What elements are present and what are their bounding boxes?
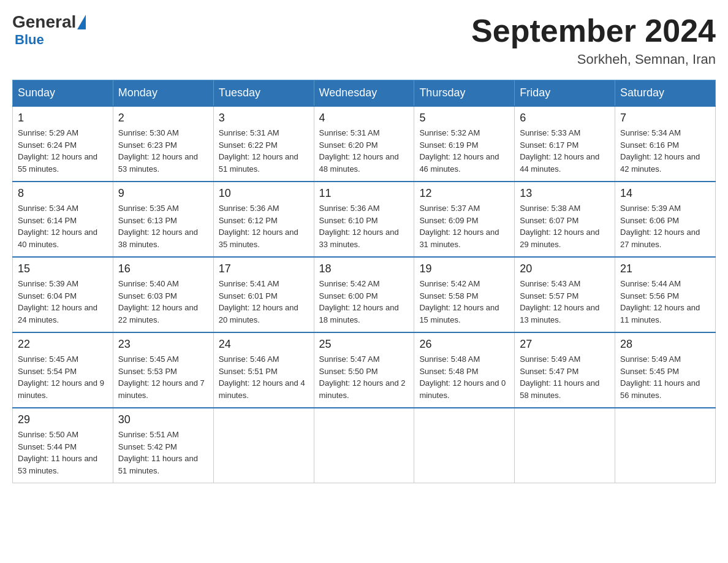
day-number: 25 (319, 338, 409, 351)
calendar-cell: 28 Sunrise: 5:49 AMSunset: 5:45 PMDaylig… (615, 332, 716, 408)
day-number: 4 (319, 112, 409, 124)
weekday-header-friday: Friday (515, 80, 615, 107)
day-info: Sunrise: 5:38 AMSunset: 6:07 PMDaylight:… (520, 202, 610, 250)
day-info: Sunrise: 5:42 AMSunset: 6:00 PMDaylight:… (319, 278, 409, 326)
title-block: September 2024 Sorkheh, Semnan, Iran (471, 12, 716, 67)
day-info: Sunrise: 5:46 AMSunset: 5:51 PMDaylight:… (219, 353, 309, 401)
day-number: 23 (118, 338, 208, 351)
day-number: 3 (219, 112, 309, 124)
day-number: 16 (118, 262, 208, 275)
calendar-cell: 2 Sunrise: 5:30 AMSunset: 6:23 PMDayligh… (113, 106, 213, 182)
calendar-cell: 15 Sunrise: 5:39 AMSunset: 6:04 PMDaylig… (13, 257, 113, 332)
day-info: Sunrise: 5:29 AMSunset: 6:24 PMDaylight:… (18, 127, 108, 175)
calendar-cell: 20 Sunrise: 5:43 AMSunset: 5:57 PMDaylig… (515, 257, 615, 332)
day-number: 26 (419, 338, 509, 351)
day-info: Sunrise: 5:41 AMSunset: 6:01 PMDaylight:… (219, 278, 309, 326)
day-info: Sunrise: 5:40 AMSunset: 6:03 PMDaylight:… (118, 278, 208, 326)
calendar-cell: 1 Sunrise: 5:29 AMSunset: 6:24 PMDayligh… (13, 106, 113, 182)
calendar-cell: 7 Sunrise: 5:34 AMSunset: 6:16 PMDayligh… (615, 106, 716, 182)
day-number: 11 (319, 187, 409, 200)
calendar-cell: 19 Sunrise: 5:42 AMSunset: 5:58 PMDaylig… (414, 257, 515, 332)
calendar-cell: 18 Sunrise: 5:42 AMSunset: 6:00 PMDaylig… (314, 257, 414, 332)
month-title: September 2024 (471, 12, 716, 49)
calendar-cell: 8 Sunrise: 5:34 AMSunset: 6:14 PMDayligh… (13, 182, 113, 257)
day-info: Sunrise: 5:31 AMSunset: 6:20 PMDaylight:… (319, 127, 409, 175)
day-info: Sunrise: 5:42 AMSunset: 5:58 PMDaylight:… (419, 278, 509, 326)
calendar-cell: 29 Sunrise: 5:50 AMSunset: 5:44 PMDaylig… (13, 408, 113, 483)
day-info: Sunrise: 5:51 AMSunset: 5:42 PMDaylight:… (118, 429, 208, 477)
calendar-cell: 13 Sunrise: 5:38 AMSunset: 6:07 PMDaylig… (515, 182, 615, 257)
day-info: Sunrise: 5:47 AMSunset: 5:50 PMDaylight:… (319, 353, 409, 401)
calendar-cell: 6 Sunrise: 5:33 AMSunset: 6:17 PMDayligh… (515, 106, 615, 182)
day-info: Sunrise: 5:50 AMSunset: 5:44 PMDaylight:… (18, 429, 108, 477)
logo: General Blue (12, 12, 87, 48)
day-number: 22 (18, 338, 108, 351)
calendar-cell: 21 Sunrise: 5:44 AMSunset: 5:56 PMDaylig… (615, 257, 716, 332)
week-row-3: 15 Sunrise: 5:39 AMSunset: 6:04 PMDaylig… (13, 257, 716, 332)
logo-general-text: General (12, 12, 76, 32)
calendar-cell: 24 Sunrise: 5:46 AMSunset: 5:51 PMDaylig… (213, 332, 314, 408)
day-number: 9 (118, 187, 208, 200)
day-number: 5 (419, 112, 509, 124)
day-info: Sunrise: 5:35 AMSunset: 6:13 PMDaylight:… (118, 202, 208, 250)
day-number: 7 (620, 112, 710, 124)
day-number: 18 (319, 262, 409, 275)
weekday-header-tuesday: Tuesday (213, 80, 314, 107)
day-info: Sunrise: 5:31 AMSunset: 6:22 PMDaylight:… (219, 127, 309, 175)
page-header: General Blue September 2024 Sorkheh, Sem… (12, 12, 716, 67)
day-info: Sunrise: 5:33 AMSunset: 6:17 PMDaylight:… (520, 127, 610, 175)
calendar-cell: 3 Sunrise: 5:31 AMSunset: 6:22 PMDayligh… (213, 106, 314, 182)
day-number: 28 (620, 338, 710, 351)
weekday-header-wednesday: Wednesday (314, 80, 414, 107)
day-number: 30 (118, 413, 208, 426)
calendar-cell: 5 Sunrise: 5:32 AMSunset: 6:19 PMDayligh… (414, 106, 515, 182)
day-info: Sunrise: 5:37 AMSunset: 6:09 PMDaylight:… (419, 202, 509, 250)
weekday-header-sunday: Sunday (13, 80, 113, 107)
day-info: Sunrise: 5:44 AMSunset: 5:56 PMDaylight:… (620, 278, 710, 326)
calendar-cell: 12 Sunrise: 5:37 AMSunset: 6:09 PMDaylig… (414, 182, 515, 257)
calendar-cell: 4 Sunrise: 5:31 AMSunset: 6:20 PMDayligh… (314, 106, 414, 182)
calendar-cell (414, 408, 515, 483)
day-number: 29 (18, 413, 108, 426)
calendar-cell: 14 Sunrise: 5:39 AMSunset: 6:06 PMDaylig… (615, 182, 716, 257)
day-info: Sunrise: 5:49 AMSunset: 5:45 PMDaylight:… (620, 353, 710, 401)
calendar-cell: 9 Sunrise: 5:35 AMSunset: 6:13 PMDayligh… (113, 182, 213, 257)
calendar-cell: 26 Sunrise: 5:48 AMSunset: 5:48 PMDaylig… (414, 332, 515, 408)
day-info: Sunrise: 5:30 AMSunset: 6:23 PMDaylight:… (118, 127, 208, 175)
day-number: 1 (18, 112, 108, 124)
calendar-cell (213, 408, 314, 483)
week-row-5: 29 Sunrise: 5:50 AMSunset: 5:44 PMDaylig… (13, 408, 716, 483)
calendar-cell: 27 Sunrise: 5:49 AMSunset: 5:47 PMDaylig… (515, 332, 615, 408)
day-info: Sunrise: 5:34 AMSunset: 6:14 PMDaylight:… (18, 202, 108, 250)
weekday-header-thursday: Thursday (414, 80, 515, 107)
day-number: 12 (419, 187, 509, 200)
day-number: 2 (118, 112, 208, 124)
day-number: 6 (520, 112, 610, 124)
calendar-cell: 10 Sunrise: 5:36 AMSunset: 6:12 PMDaylig… (213, 182, 314, 257)
day-number: 10 (219, 187, 309, 200)
calendar-cell: 16 Sunrise: 5:40 AMSunset: 6:03 PMDaylig… (113, 257, 213, 332)
week-row-2: 8 Sunrise: 5:34 AMSunset: 6:14 PMDayligh… (13, 182, 716, 257)
day-info: Sunrise: 5:39 AMSunset: 6:06 PMDaylight:… (620, 202, 710, 250)
week-row-1: 1 Sunrise: 5:29 AMSunset: 6:24 PMDayligh… (13, 106, 716, 182)
day-number: 24 (219, 338, 309, 351)
day-info: Sunrise: 5:45 AMSunset: 5:53 PMDaylight:… (118, 353, 208, 401)
day-info: Sunrise: 5:32 AMSunset: 6:19 PMDaylight:… (419, 127, 509, 175)
day-info: Sunrise: 5:34 AMSunset: 6:16 PMDaylight:… (620, 127, 710, 175)
day-info: Sunrise: 5:36 AMSunset: 6:10 PMDaylight:… (319, 202, 409, 250)
calendar-cell (314, 408, 414, 483)
day-number: 8 (18, 187, 108, 200)
week-row-4: 22 Sunrise: 5:45 AMSunset: 5:54 PMDaylig… (13, 332, 716, 408)
day-number: 15 (18, 262, 108, 275)
logo-triangle-icon (77, 15, 86, 29)
weekday-header-saturday: Saturday (615, 80, 716, 107)
logo-blue-line: Blue (15, 32, 44, 48)
calendar-cell: 23 Sunrise: 5:45 AMSunset: 5:53 PMDaylig… (113, 332, 213, 408)
calendar-cell: 25 Sunrise: 5:47 AMSunset: 5:50 PMDaylig… (314, 332, 414, 408)
day-number: 27 (520, 338, 610, 351)
day-info: Sunrise: 5:36 AMSunset: 6:12 PMDaylight:… (219, 202, 309, 250)
calendar-cell: 30 Sunrise: 5:51 AMSunset: 5:42 PMDaylig… (113, 408, 213, 483)
calendar-cell (515, 408, 615, 483)
day-info: Sunrise: 5:39 AMSunset: 6:04 PMDaylight:… (18, 278, 108, 326)
weekday-header-monday: Monday (113, 80, 213, 107)
